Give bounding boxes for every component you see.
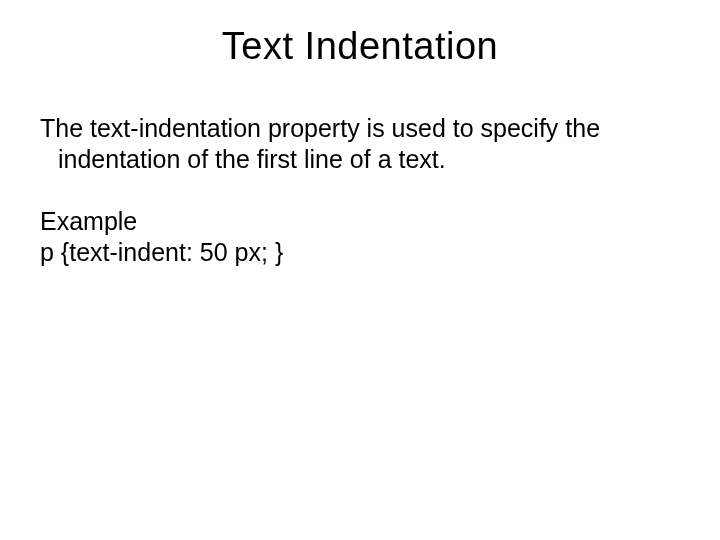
- body-paragraph: The text-indentation property is used to…: [40, 113, 680, 176]
- slide-title: Text Indentation: [40, 25, 680, 68]
- example-label: Example: [40, 206, 680, 237]
- slide-container: Text Indentation The text-indentation pr…: [0, 0, 720, 308]
- example-code: p {text-indent: 50 px; }: [40, 237, 680, 268]
